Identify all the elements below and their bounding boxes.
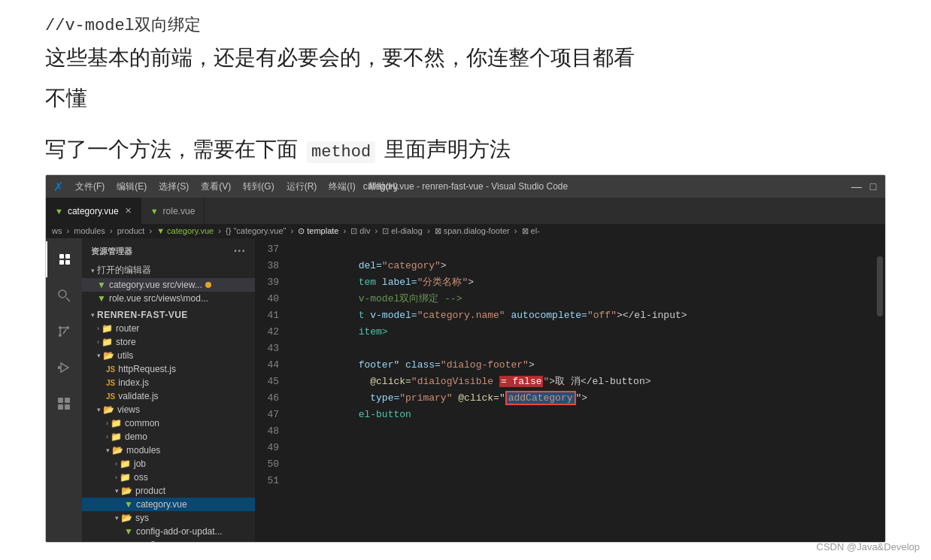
watermark: CSDN @Java&Develop bbox=[817, 541, 920, 552]
project-arrow: ▾ bbox=[91, 311, 95, 319]
code-line-51 bbox=[288, 473, 867, 489]
line2-text: 这些基本的前端，还是有必要会的，要不然，你连整个项目都看 bbox=[45, 42, 886, 74]
bc-sep3: › bbox=[149, 226, 154, 235]
menu-goto[interactable]: 转到(G) bbox=[237, 180, 280, 193]
tab-role[interactable]: ▼ role.vue bbox=[141, 198, 205, 224]
line-numbers: 37 38 39 40 41 42 43 44 45 46 47 48 49 5… bbox=[255, 241, 288, 539]
tree-store[interactable]: › 📁 store bbox=[82, 335, 255, 349]
maximize-button[interactable]: □ bbox=[869, 182, 878, 191]
oss-arrow: › bbox=[115, 474, 117, 481]
window-title: category.vue - renren-fast-vue - Visual … bbox=[363, 181, 568, 192]
tab-category-close[interactable]: ✕ bbox=[125, 206, 132, 216]
svg-rect-14 bbox=[65, 404, 70, 410]
activity-debug[interactable] bbox=[46, 350, 82, 386]
folder-icon-job: 📁 bbox=[120, 459, 131, 469]
modified-indicator bbox=[205, 282, 211, 288]
tree-sys[interactable]: ▾ 📂 sys bbox=[82, 511, 255, 525]
svg-rect-2 bbox=[59, 260, 64, 265]
svg-rect-12 bbox=[65, 398, 70, 403]
activity-explorer[interactable] bbox=[46, 241, 82, 277]
ln-50: 50 bbox=[255, 456, 279, 473]
open-file-category[interactable]: ▼ category.vue src/view... bbox=[82, 278, 255, 292]
breadcrumb-el: ⊠ el- bbox=[522, 226, 540, 235]
tab-category-label: category.vue bbox=[68, 206, 119, 216]
ln-40: 40 bbox=[255, 291, 279, 307]
minimize-button[interactable]: — bbox=[852, 182, 861, 191]
sidebar: 资源管理器 ··· ▾ 打开的编辑器 ▼ category.vue src/vi… bbox=[82, 238, 255, 542]
tree-validatejs[interactable]: JS validate.js bbox=[82, 389, 255, 403]
ln-45: 45 bbox=[255, 374, 279, 390]
tree-config-vue[interactable]: ▼ config.vue bbox=[82, 538, 255, 542]
bc-sep8: › bbox=[427, 226, 432, 235]
code-area: 37 38 39 40 41 42 43 44 45 46 47 48 49 5… bbox=[255, 238, 885, 542]
folder-icon-product: 📂 bbox=[121, 486, 132, 496]
tree-validatejs-label: validate.js bbox=[118, 391, 158, 401]
js-icon-http: JS bbox=[106, 365, 115, 374]
tree-views-label: views bbox=[117, 404, 140, 415]
tree-category-vue[interactable]: ▼ category.vue bbox=[82, 498, 255, 511]
tree-job[interactable]: › 📁 job bbox=[82, 457, 255, 471]
tab-category[interactable]: ▼ category.vue ✕ bbox=[46, 198, 141, 224]
top-text-section: //v-model双向绑定 这些基本的前端，还是有必要会的，要不然，你连整个项目… bbox=[0, 0, 931, 135]
menu-view[interactable]: 查看(V) bbox=[195, 180, 237, 193]
tree-config-add[interactable]: ▼ config-add-or-updat... bbox=[82, 525, 255, 538]
open-editors-header[interactable]: ▾ 打开的编辑器 bbox=[82, 262, 255, 278]
open-file-category-name: category.vue src/view... bbox=[109, 280, 202, 290]
tree-router[interactable]: › 📁 router bbox=[82, 322, 255, 335]
code-line-49 bbox=[288, 440, 867, 456]
code-line-46: el-button bbox=[288, 390, 867, 407]
svg-marker-9 bbox=[61, 363, 68, 372]
ln-37: 37 bbox=[255, 241, 279, 258]
menu-file[interactable]: 文件(F) bbox=[69, 180, 111, 193]
code-line-37: del="category"> bbox=[288, 241, 867, 258]
folder-icon-demo: 📁 bbox=[111, 431, 122, 442]
menu-edit[interactable]: 编辑(E) bbox=[111, 180, 153, 193]
titlebar: ✗ 文件(F) 编辑(E) 选择(S) 查看(V) 转到(G) 运行(R) 终端… bbox=[46, 175, 885, 198]
bc-sep7: › bbox=[375, 226, 380, 235]
code-line-43: footer" class="dialog-footer"> bbox=[288, 341, 867, 357]
code-comment: //v-model双向绑定 bbox=[45, 17, 201, 35]
ln-48: 48 bbox=[255, 423, 279, 440]
code-line-45: type="primary" @click="addCategory"> bbox=[288, 374, 867, 390]
tree-product[interactable]: ▾ 📂 product bbox=[82, 484, 255, 498]
activity-search[interactable] bbox=[46, 277, 82, 313]
code-line-48 bbox=[288, 423, 867, 440]
tree-config-vue-label: config.vue bbox=[136, 540, 177, 542]
folder-icon-sys: 📂 bbox=[121, 513, 132, 523]
store-arrow: › bbox=[97, 338, 99, 346]
section-title-suffix: 里面声明方法 bbox=[384, 135, 511, 164]
tree-httprequest[interactable]: JS httpRequest.js bbox=[82, 362, 255, 376]
scrollbar-thumb[interactable] bbox=[877, 256, 883, 316]
tree-modules[interactable]: ▾ 📂 modules bbox=[82, 443, 255, 457]
section-title: 写了一个方法，需要在下面 method 里面声明方法 bbox=[0, 135, 931, 164]
bc-sep5: › bbox=[290, 226, 296, 235]
bc-sep9: › bbox=[514, 226, 520, 235]
tree-oss[interactable]: › 📁 oss bbox=[82, 471, 255, 484]
editor-content[interactable]: 37 38 39 40 41 42 43 44 45 46 47 48 49 5… bbox=[255, 238, 885, 542]
activity-git[interactable] bbox=[46, 313, 82, 350]
tree-utils[interactable]: ▾ 📂 utils bbox=[82, 349, 255, 362]
tree-common[interactable]: › 📁 common bbox=[82, 416, 255, 430]
sidebar-header: 资源管理器 ··· bbox=[82, 238, 255, 261]
svg-point-4 bbox=[59, 290, 66, 298]
router-arrow: › bbox=[97, 325, 99, 332]
project-header[interactable]: ▾ RENREN-FAST-VUE bbox=[82, 308, 255, 322]
breadcrumb-template: ⊙ template bbox=[298, 226, 338, 235]
tree-demo[interactable]: › 📁 demo bbox=[82, 430, 255, 443]
code-line-38: tem label="分类名称"> bbox=[288, 258, 867, 274]
open-editors-label: 打开的编辑器 bbox=[97, 264, 151, 277]
menu-terminal[interactable]: 终端(I) bbox=[323, 180, 361, 193]
tree-views[interactable]: ▾ 📂 views bbox=[82, 403, 255, 416]
ln-49: 49 bbox=[255, 440, 279, 456]
menu-select[interactable]: 选择(S) bbox=[153, 180, 195, 193]
svg-point-6 bbox=[59, 326, 62, 329]
vue-icon-category: ▼ bbox=[97, 280, 106, 290]
views-arrow: ▾ bbox=[97, 406, 101, 413]
sidebar-menu-dots[interactable]: ··· bbox=[234, 244, 246, 258]
open-file-role[interactable]: ▼ role.vue src/views\mod... bbox=[82, 292, 255, 305]
tree-indexjs[interactable]: JS index.js bbox=[82, 376, 255, 389]
menu-run[interactable]: 运行(R) bbox=[281, 180, 323, 193]
tab-category-icon: ▼ bbox=[55, 207, 63, 216]
folder-icon-store: 📁 bbox=[102, 337, 113, 347]
activity-extensions[interactable] bbox=[46, 386, 82, 422]
